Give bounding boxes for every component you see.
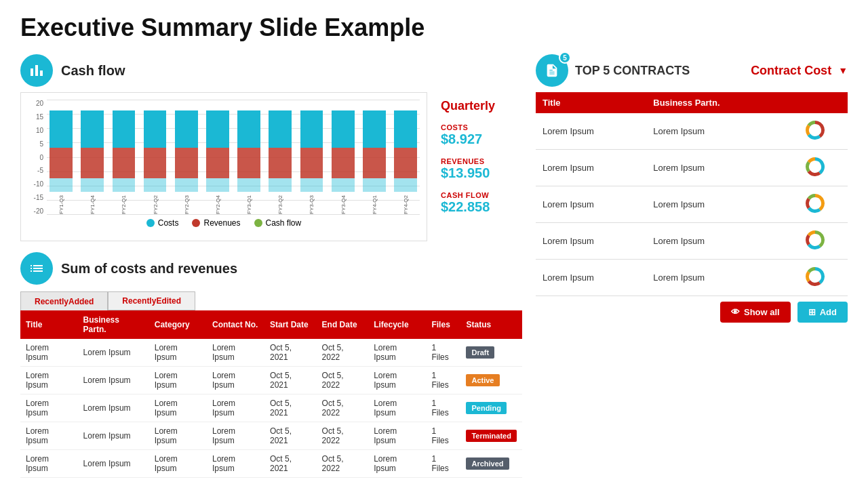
status-cell: Draft [460,339,522,367]
bar-group: FY3-Q4 [329,100,357,215]
table-cell: Lorem Ipsum [207,339,264,367]
bar-label: FY2-Q1 [113,195,134,214]
cost-bar [269,110,292,148]
table-cell: Lorem Ipsum [20,367,78,394]
cashflow-header: Cash flow [20,54,522,87]
table-cell: Lorem Ipsum [149,422,207,450]
table-cell: Oct 5, 2021 [264,367,317,394]
col-contact: Contact No. [207,310,264,339]
tab-bar[interactable]: RecentlyAdded RecentlyEdited [20,291,522,310]
col-status: Status [460,310,522,339]
table-cell: Lorem Ipsum [149,394,207,422]
revenue-bar [206,148,229,178]
table-cell: Lorem Ipsum [20,339,78,367]
costs-value: $8.927 [441,131,515,147]
legend-revenues: Revenues [203,218,240,228]
bar-group: FY2-Q3 [172,100,201,215]
status-cell: Archived [460,450,522,478]
table-row: Lorem IpsumLorem IpsumLorem IpsumLorem I… [20,339,522,367]
table-cell: Oct 5, 2021 [264,339,317,367]
cashflow-icon [20,54,53,87]
cost-bar [332,110,355,148]
bar-label: FY2-Q2 [145,195,165,214]
top5-header-row: Title Business Partn. [536,92,848,113]
cashflow-stat-value: $22.858 [441,199,515,215]
revenues-label: REVENUES [441,157,515,165]
cashflow-stat-label: CASH FLOW [441,191,515,199]
cost-bar [144,110,167,148]
table-row: Lorem IpsumLorem IpsumLorem IpsumLorem I… [20,394,522,422]
status-badge: Active [466,374,499,386]
bottom-section: RecentlyAdded RecentlyEdited Title Busin… [20,291,522,478]
bar-label: FY3-Q4 [333,195,353,214]
table-cell: Oct 5, 2022 [317,422,369,450]
table-cell: 1 Files [426,394,460,422]
revenue-bar [269,148,292,178]
revenue-bar [81,148,104,178]
bar-group: FY3-Q2 [266,100,294,215]
show-all-label: Show all [744,307,780,317]
show-all-button[interactable]: 👁 Show all [720,302,791,323]
tab-recently-added[interactable]: RecentlyAdded [20,291,108,310]
cost-bar [175,110,198,148]
col-partner: Business Partn. [78,310,149,339]
bar-label: FY2-Q4 [208,195,228,214]
table-cell: Lorem Ipsum [368,339,426,367]
top5-header: 5 TOP 5 CONTRACTS Contract Cost ▼ [536,54,848,87]
table-cell: Lorem Ipsum [207,422,264,450]
status-cell: Pending [460,394,522,422]
neg-bar [175,178,198,192]
revenue-bar [332,148,355,178]
tab-recently-edited[interactable]: RecentlyEdited [108,291,195,310]
top5-table: Title Business Partn. Lorem IpsumLorem I… [536,92,848,296]
table-cell: Lorem Ipsum [368,450,426,478]
revenue-bar [300,148,323,178]
top5-row: Lorem IpsumLorem Ipsum [536,113,848,150]
table-cell: Lorem Ipsum [78,339,149,367]
bar-group: FY2-Q4 [203,100,232,215]
table-cell: Lorem Ipsum [78,422,149,450]
top5-row: Lorem IpsumLorem Ipsum [536,150,848,186]
cost-bar [394,110,417,148]
table-cell: Oct 5, 2022 [317,450,369,478]
add-icon: ⊞ [808,307,816,317]
legend-costs: Costs [158,218,179,228]
table-row: Lorem IpsumLorem IpsumLorem IpsumLorem I… [20,450,522,478]
table-cell: Oct 5, 2021 [264,422,317,450]
cost-bar [363,110,386,148]
neg-bar [144,178,167,192]
col-start: Start Date [264,310,317,339]
col-title: Title [20,310,78,339]
status-badge: Terminated [466,430,516,442]
status-cell: Terminated [460,422,522,450]
neg-bar [394,178,417,192]
revenue-bar [175,148,198,178]
table-cell: Lorem Ipsum [149,339,207,367]
top5-title: TOP 5 CONTRACTS [575,64,690,78]
table-cell: Oct 5, 2021 [264,394,317,422]
bar-group: FY4-Q2 [391,100,420,215]
dropdown-arrow-icon[interactable]: ▼ [838,65,848,76]
top5-col-partner: Business Partn. [646,92,783,113]
sum-costs-header: Sum of costs and revenues [20,252,522,285]
contract-cost-label: Contract Cost [751,64,831,78]
top5-donut-cell [783,186,848,223]
bar-group: FY2-Q1 [109,100,138,215]
table-cell: Lorem Ipsum [368,367,426,394]
table-cell: Oct 5, 2021 [264,450,317,478]
quarterly-panel: Quarterly COSTS $8.927 REVENUES $13.950 … [434,92,522,247]
y-axis: 20 15 10 5 0 -5 -10 -15 -20 [28,100,47,215]
revenue-bar [363,148,386,178]
bar-group: FY1-Q3 [47,100,75,215]
bar-group: FY3-Q1 [235,100,263,215]
top5-row: Lorem IpsumLorem Ipsum [536,260,848,296]
table-cell: Lorem Ipsum [149,367,207,394]
table-cell: Lorem Ipsum [20,394,78,422]
revenue-bar [50,148,73,178]
top5-row: Lorem IpsumLorem Ipsum [536,186,848,223]
table-cell: Lorem Ipsum [207,367,264,394]
table-cell: Oct 5, 2022 [317,339,369,367]
add-button[interactable]: ⊞ Add [797,302,848,323]
status-badge: Draft [466,346,494,359]
cost-bar [206,110,229,148]
